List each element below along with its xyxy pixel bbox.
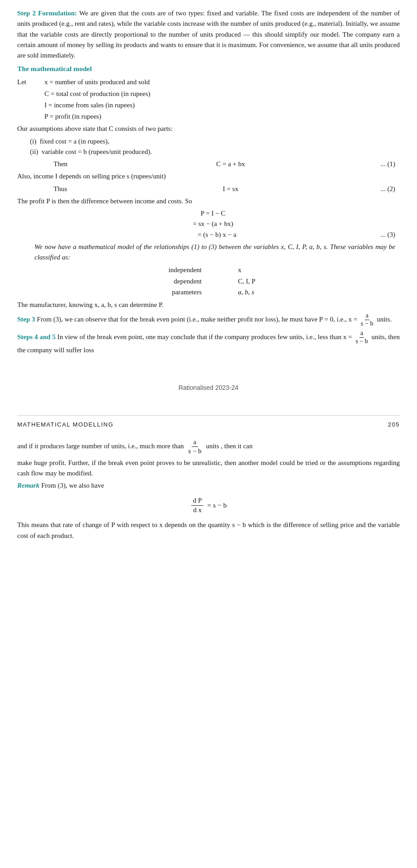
steps45-para: Steps 4 and 5 In view of the break even …	[17, 330, 400, 356]
independent-row: independent x	[141, 265, 276, 275]
step3-frac-num: a	[365, 312, 369, 320]
steps45-label: Steps 4 and 5	[17, 333, 56, 340]
pformula3-row: = (s − b) x − a ... (3)	[17, 230, 400, 240]
var2-row: C = total cost of production (in rupees)	[17, 89, 400, 99]
pformula2-spacer	[373, 219, 395, 229]
italic-model-para: We now have a mathematical model of the …	[17, 242, 400, 263]
this-means-text: This means that rate of change of P with…	[17, 520, 400, 541]
variables-classification: independent x dependent C, I, P paramete…	[141, 264, 276, 298]
page-divider	[17, 415, 400, 416]
let-label: Let	[17, 77, 44, 87]
step3-label: Step 3	[17, 316, 35, 323]
dp-num: d P	[191, 496, 204, 506]
step2-text: We are given that the costs are of two t…	[17, 10, 400, 59]
page2-text1: and if it produces large number of units…	[17, 442, 184, 450]
step2-label: Step 2 Formulation:	[17, 10, 77, 17]
step3-x-eq: x =	[349, 316, 358, 323]
steps45-frac-den: s − b	[354, 338, 369, 345]
step3-text: From (3), we can observe that for the br…	[35, 316, 347, 323]
page2-frac-den: s − b	[186, 447, 203, 456]
remark-text: From (3), we also have	[39, 482, 104, 489]
eq3-label: ... (3)	[381, 230, 396, 240]
dependent-val: C, I, P	[238, 276, 265, 287]
formula2-row: Thus I = sx ... (2)	[17, 184, 400, 194]
let-row: Let x = number of units produced and sol…	[17, 77, 400, 87]
dp-equals: = s − b	[207, 500, 227, 511]
page-footer: MATHEMATICAL MODELLING 205	[17, 420, 400, 429]
formula1-row: Then C = a + bx ... (1)	[17, 159, 400, 169]
remark-para: Remark From (3), we also have	[17, 480, 400, 491]
page-header-left: MATHEMATICAL MODELLING	[17, 420, 114, 429]
pformula2: = sx − (a + bx)	[53, 219, 373, 229]
italic-text2: C, I, P,	[288, 243, 307, 250]
page2-para2: make huge profit. Further, if the break …	[17, 458, 400, 479]
dp-den: d x	[191, 506, 204, 515]
math-model-heading: The mathematical model	[17, 63, 400, 74]
assumption-i-text: fixed cost = a (in rupees),	[40, 138, 109, 145]
rationalised-label: Rationalised 2023-24	[17, 383, 400, 393]
pformula1-row: P = I − C	[17, 208, 400, 219]
assumption-ii-label: (ii)	[30, 148, 42, 155]
var1: x = number of units produced and sold	[44, 77, 150, 87]
pformula1-spacer	[373, 208, 395, 219]
italic-text3: a, b, s.	[309, 243, 328, 250]
parameters-label: parameters	[152, 287, 202, 297]
parameters-row: parameters a, b, s	[141, 287, 276, 297]
then-label: Then	[53, 159, 81, 169]
parameters-val: a, b, s	[238, 287, 265, 297]
var4-row: P = profit (in rupees)	[17, 111, 400, 122]
variables-section: Let x = number of units produced and sol…	[17, 77, 400, 122]
formula1: C = a + bx	[81, 159, 381, 169]
var3: I = income from sales (in rupees)	[44, 100, 135, 110]
pformula2-row: = sx − (a + bx)	[17, 219, 400, 229]
step3-fraction: a s − b	[360, 312, 374, 328]
eq1-label: ... (1)	[381, 159, 396, 169]
var4: P = profit (in rupees)	[44, 111, 101, 122]
profit-formulas: P = I − C = sx − (a + bx) = (s − b) x − …	[17, 208, 400, 240]
page2-para1: and if it produces large number of units…	[17, 438, 400, 456]
var3-row: I = income from sales (in rupees)	[17, 100, 400, 110]
assumptions-text: Our assumptions above state that C consi…	[17, 124, 400, 134]
dependent-row: dependent C, I, P	[141, 276, 276, 287]
pformula1: P = I − C	[53, 208, 373, 219]
step3-para: Step 3 From (3), we can observe that for…	[17, 312, 400, 328]
remark-label: Remark	[17, 482, 39, 489]
step3-frac-den: s − b	[360, 320, 374, 328]
italic-text1: We now have a mathematical model of the …	[34, 243, 286, 250]
page2-frac-num: a	[192, 438, 199, 447]
assumption-ii-text: variable cost = b (rupees/unit produced)…	[42, 148, 152, 155]
page-number: 205	[388, 420, 400, 429]
independent-label: independent	[152, 265, 202, 275]
pformula3: = (s − b) x − a	[53, 230, 381, 240]
var2: C = total cost of production (in rupees)	[44, 89, 150, 99]
steps45-fraction: a s − b	[354, 330, 369, 345]
profit-text: The profit P is then the difference betw…	[17, 196, 400, 206]
page2-fraction: a s − b	[186, 438, 203, 456]
dependent-label: dependent	[152, 276, 202, 287]
assumption-ii-row: (ii) variable cost = b (rupees/unit prod…	[17, 147, 400, 157]
independent-val: x	[238, 265, 265, 275]
also-text: Also, income I depends on selling price …	[17, 171, 400, 182]
page-content: Step 2 Formulation: We are given that th…	[17, 8, 400, 541]
formula2: I = sx	[81, 184, 381, 194]
steps45-frac-num: a	[359, 330, 364, 338]
dp-equation: d P d x = s − b	[190, 496, 227, 514]
dp-fraction: d P d x	[191, 496, 204, 514]
steps45-text: In view of the break even point, one may…	[56, 333, 341, 340]
thus-label: Thus	[53, 184, 81, 194]
eq2-label: ... (2)	[381, 184, 396, 194]
step2-para: Step 2 Formulation: We are given that th…	[17, 8, 400, 61]
step3-end: units.	[377, 316, 392, 323]
assumption-i-row: (i) fixed cost = a (in rupees),	[17, 136, 400, 147]
page2-text2: units , then it can	[206, 442, 252, 450]
dp-formula-block: d P d x = s − b	[17, 496, 400, 514]
assumption-i-label: (i)	[30, 138, 40, 145]
manufacturer-text: The manufacturer, knowing x, a, b, s can…	[17, 300, 400, 310]
steps45-x-eq: x =	[343, 333, 352, 340]
